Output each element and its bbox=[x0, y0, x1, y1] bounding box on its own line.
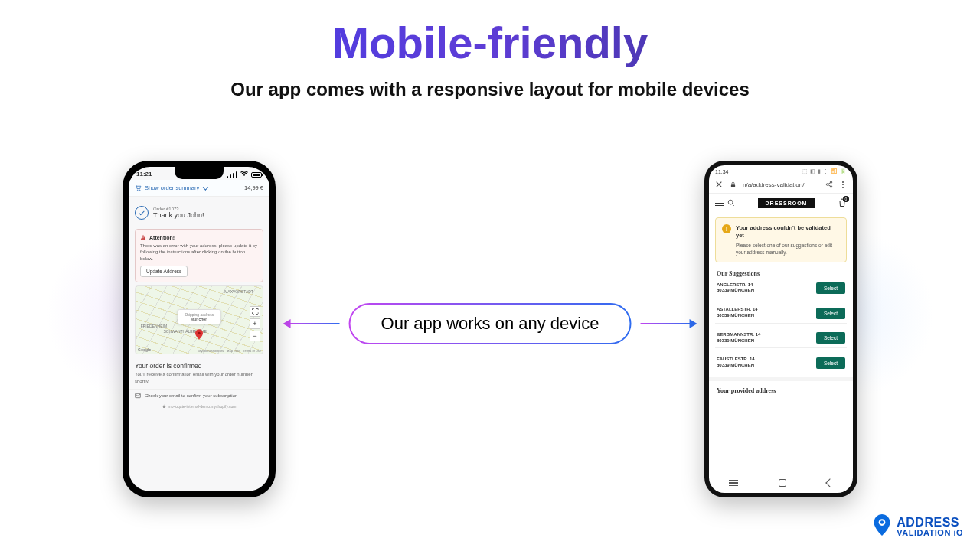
mail-text: Check your email to confirm your subscri… bbox=[145, 393, 237, 398]
svg-point-0 bbox=[198, 332, 200, 334]
suggestion-street: ASTALLERSTR. 14 bbox=[717, 307, 758, 313]
map-fullscreen-button[interactable]: ⛶ bbox=[250, 306, 260, 317]
map-zoom-out-button[interactable]: − bbox=[250, 331, 260, 341]
select-button[interactable]: Select bbox=[816, 332, 845, 344]
brand-badge: ADDRESS VALIDATION iO bbox=[874, 514, 963, 539]
suggestion-city: 80339 MÜNCHEN bbox=[717, 338, 760, 344]
shop-logo[interactable]: DRESSROOM bbox=[758, 198, 815, 208]
android-recent-icon[interactable] bbox=[729, 480, 738, 487]
map-footer-item[interactable]: Keyboard shortcuts bbox=[198, 349, 224, 353]
close-icon[interactable] bbox=[715, 181, 723, 188]
map-controls: ⛶ + − bbox=[250, 306, 260, 341]
search-icon[interactable] bbox=[727, 199, 735, 207]
callout-label: Our app works on any device bbox=[351, 305, 630, 343]
shipping-map[interactable]: MAXVORSTADT FRIEDENHEIM SCHWANTHALERHÖHE… bbox=[135, 285, 263, 354]
cart-icon[interactable]: 0 bbox=[838, 198, 847, 208]
alert-body: There was an error with your address, pl… bbox=[140, 243, 258, 262]
shop-header: DRESSROOM 0 bbox=[709, 194, 853, 213]
select-button[interactable]: Select bbox=[816, 357, 845, 369]
validation-warning-body: Please select one of our suggestions or … bbox=[736, 242, 840, 256]
signal-icon bbox=[227, 171, 237, 178]
confirmed-body: You'll receive a confirmation email with… bbox=[129, 371, 270, 389]
brand-line1: ADDRESS bbox=[897, 517, 963, 529]
address-error-alert: Attention! There was an error with your … bbox=[135, 229, 263, 282]
android-time: 11:34 bbox=[715, 169, 729, 174]
callout-pill: Our app works on any device bbox=[349, 303, 632, 344]
thank-you-row: Order #1073 Thank you John! bbox=[129, 201, 270, 224]
map-pin-icon bbox=[195, 329, 203, 341]
suggestion-city: 80339 MÜNCHEN bbox=[717, 288, 754, 294]
provided-address-header: Your provided address bbox=[709, 377, 853, 399]
android-back-icon[interactable] bbox=[825, 478, 834, 487]
brand-pin-icon bbox=[874, 514, 890, 539]
mail-icon bbox=[135, 393, 141, 399]
lock-icon bbox=[729, 181, 737, 188]
lock-icon bbox=[162, 404, 166, 409]
map-zoom-in-button[interactable]: + bbox=[250, 318, 260, 329]
cart-count-badge: 0 bbox=[843, 196, 849, 202]
battery-icon bbox=[251, 172, 262, 178]
warning-icon bbox=[140, 234, 146, 240]
validation-warning-box: ! Your address couldn't be validated yet… bbox=[715, 217, 847, 262]
page-title: Mobile-friendly bbox=[0, 17, 980, 68]
center-callout: Our app works on any device bbox=[289, 303, 691, 344]
arrow-right-icon bbox=[640, 323, 691, 324]
shop-domain-row: mp-loqate-internal-demo.myshopify.com bbox=[129, 403, 270, 412]
suggestion-item: ASTALLERSTR. 14 80339 MÜNCHEN Select bbox=[715, 303, 847, 324]
exclamation-icon: ! bbox=[722, 224, 731, 233]
suggestions-header: Our Suggestions bbox=[709, 267, 853, 279]
browser-url[interactable]: n/a/address-validation/ bbox=[743, 181, 819, 188]
svg-rect-2 bbox=[163, 406, 165, 408]
suggestion-city: 80339 MÜNCHEN bbox=[717, 363, 755, 369]
map-district-label: FRIEDENHEIM bbox=[141, 324, 167, 328]
svg-point-6 bbox=[880, 520, 884, 523]
alert-title: Attention! bbox=[149, 235, 175, 240]
wifi-icon bbox=[240, 171, 248, 178]
suggestion-item: FÄUSTLESTR. 14 80339 MÜNCHEN Select bbox=[715, 353, 847, 373]
iphone-mockup: 11:21 Show order summary 14,99 € bbox=[122, 161, 276, 497]
map-tooltip: Shipping address München bbox=[178, 309, 221, 324]
suggestion-city: 80339 MÜNCHEN bbox=[717, 313, 758, 319]
android-home-icon[interactable] bbox=[779, 479, 786, 487]
suggestion-item: ANGLERSTR. 14 80339 MÜNCHEN Select bbox=[715, 279, 847, 299]
map-footer-item[interactable]: Terms of Use bbox=[243, 349, 261, 353]
svg-point-4 bbox=[728, 200, 733, 204]
email-confirmation-row: Check your email to confirm your subscri… bbox=[129, 389, 270, 403]
confirmed-title: Your order is confirmed bbox=[129, 357, 270, 371]
android-mockup: 11:34 ⬚◧▮⋮📶🔋 n/a/address-validation/ bbox=[704, 161, 858, 497]
order-summary-label: Show order summary bbox=[145, 184, 199, 191]
suggestion-street: BERGMANNSTR. 14 bbox=[717, 332, 760, 338]
update-address-button[interactable]: Update Address bbox=[140, 266, 188, 277]
browser-url-bar: n/a/address-validation/ bbox=[709, 178, 853, 194]
suggestion-street: ANGLERSTR. 14 bbox=[717, 282, 754, 289]
thank-you-text: Thank you John! bbox=[153, 211, 204, 219]
order-summary-toggle[interactable]: Show order summary 14,99 € bbox=[129, 180, 270, 197]
android-statusbar: 11:34 ⬚◧▮⋮📶🔋 bbox=[709, 165, 853, 178]
menu-dots-icon[interactable] bbox=[839, 181, 847, 188]
map-tooltip-value: München bbox=[185, 317, 214, 321]
brand-line2: VALIDATION iO bbox=[897, 529, 963, 537]
google-logo: Google bbox=[138, 347, 151, 352]
iphone-time: 11:21 bbox=[136, 171, 152, 178]
map-district-label: MAXVORSTADT bbox=[224, 289, 253, 294]
map-footer-item[interactable]: Map Data bbox=[227, 349, 240, 353]
arrow-left-icon bbox=[289, 323, 340, 324]
android-status-icons: ⬚◧▮⋮📶🔋 bbox=[802, 168, 847, 174]
map-footer: Keyboard shortcuts Map Data Terms of Use bbox=[198, 349, 261, 353]
select-button[interactable]: Select bbox=[816, 282, 845, 294]
cart-icon bbox=[135, 184, 142, 191]
android-nav-bar bbox=[709, 476, 853, 490]
shop-domain: mp-loqate-internal-demo.myshopify.com bbox=[168, 404, 237, 409]
select-button[interactable]: Select bbox=[816, 308, 845, 319]
checkmark-circle-icon bbox=[135, 206, 149, 220]
validation-warning-title: Your address couldn't be validated yet bbox=[736, 224, 840, 240]
order-total: 14,99 € bbox=[244, 184, 263, 191]
suggestion-street: FÄUSTLESTR. 14 bbox=[717, 357, 755, 363]
chevron-down-icon bbox=[202, 184, 208, 190]
page-subtitle: Our app comes with a responsive layout f… bbox=[0, 79, 980, 100]
hamburger-icon[interactable] bbox=[715, 201, 724, 207]
svg-rect-3 bbox=[730, 184, 734, 187]
share-icon[interactable] bbox=[825, 181, 833, 188]
iphone-notch bbox=[175, 167, 224, 179]
suggestions-list: ANGLERSTR. 14 80339 MÜNCHEN Select ASTAL… bbox=[709, 279, 853, 373]
